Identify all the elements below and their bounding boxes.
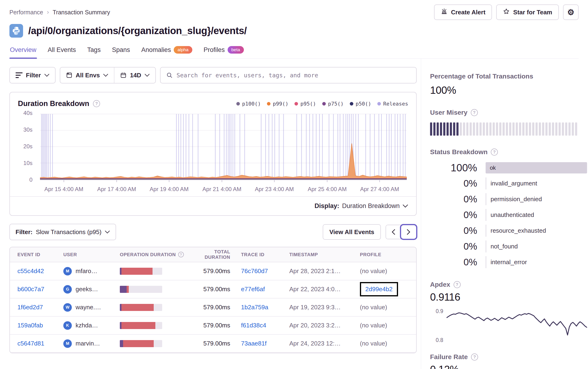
search-bar: [160, 67, 417, 83]
event-id-link[interactable]: b600c7a7: [17, 286, 44, 293]
calendar-icon: [120, 72, 127, 79]
tab[interactable]: Anomalies alpha: [141, 45, 193, 58]
tab-label: Anomalies: [141, 46, 171, 54]
trace-id-link[interactable]: 76c760d7: [241, 268, 268, 275]
transactions-filter-dropdown[interactable]: Filter: Slow Transactions (p95): [10, 224, 116, 240]
legend-dot: [322, 102, 326, 106]
tab[interactable]: All Events: [47, 45, 76, 58]
star-for-team-button[interactable]: Star for Team: [496, 4, 559, 20]
user-misery-section: User Misery ?: [430, 109, 587, 136]
search-input[interactable]: [177, 72, 410, 79]
x-axis-label: Apr 25 4:00 AM: [308, 186, 346, 192]
legend-item[interactable]: p50(): [350, 101, 371, 107]
duration-breakdown-title: Duration Breakdown: [18, 100, 89, 108]
apdex-title: Apdex: [430, 281, 450, 288]
status-label: internal_error: [486, 256, 587, 268]
x-axis-label: Apr 17 4:00 AM: [97, 186, 136, 192]
gear-icon: ⚙: [567, 8, 574, 16]
tab[interactable]: Overview: [10, 45, 37, 58]
tab-label: Overview: [10, 46, 36, 54]
misery-tick: [503, 122, 505, 136]
window-icon: [66, 72, 73, 79]
trace-id-link[interactable]: e77ef6af: [241, 286, 265, 293]
environment-selector[interactable]: All Envs: [60, 68, 114, 83]
legend-label: Releases: [383, 101, 408, 107]
misery-tick: [532, 122, 534, 136]
misery-tick: [483, 122, 485, 136]
misery-tick: [565, 122, 567, 136]
pct-total-value: 100%: [430, 84, 587, 96]
help-icon[interactable]: ?: [471, 109, 478, 116]
misery-tick: [456, 122, 459, 136]
x-axis-label: Apr 15 4:00 AM: [44, 186, 83, 192]
settings-button[interactable]: ⚙: [563, 4, 578, 20]
y-axis-label: 30s: [23, 126, 32, 133]
user-name: geeks…: [75, 286, 98, 293]
filter-dropdown-label: Filter: [26, 72, 41, 79]
status-label: resource_exhausted: [486, 225, 587, 237]
misery-tick: [476, 122, 478, 136]
event-id-link[interactable]: 159a0fab: [17, 322, 43, 329]
misery-tick: [433, 122, 435, 136]
tab[interactable]: Profiles beta: [203, 45, 244, 58]
view-all-events-button[interactable]: View All Events: [323, 224, 381, 240]
tab-label: All Events: [48, 46, 76, 54]
profile-link[interactable]: 2d99e4b2: [365, 286, 393, 293]
header-actions: Create Alert Star for Team ⚙: [434, 4, 578, 20]
help-icon[interactable]: ?: [471, 353, 478, 360]
status-label: invalid_argument: [486, 178, 587, 189]
apdex-y-bottom: 0.8: [430, 337, 443, 343]
status-percent: 0%: [430, 241, 477, 252]
trace-id-link[interactable]: f61d38c4: [241, 322, 266, 329]
operation-duration-bar: [120, 304, 162, 311]
misery-tick: [499, 122, 501, 136]
help-icon[interactable]: ?: [178, 252, 184, 257]
misery-tick: [443, 122, 445, 136]
help-icon[interactable]: ?: [491, 149, 498, 156]
trace-id-link[interactable]: 73aae81f: [241, 340, 266, 347]
display-selector[interactable]: Duration Breakdown: [342, 202, 408, 210]
next-page-button[interactable]: [401, 225, 416, 239]
trace-id-link[interactable]: 1b2a759a: [241, 304, 268, 311]
legend-item[interactable]: p100(): [236, 101, 261, 107]
status-row: 0% internal_error: [430, 256, 587, 268]
duration-chart-x-axis: Apr 15 4:00 AMApr 17 4:00 AMApr 19 4:00 …: [40, 186, 407, 196]
date-range-selector[interactable]: 14D: [114, 68, 155, 83]
events-toolbar: Filter: Slow Transactions (p95) View All…: [10, 224, 417, 240]
legend-item[interactable]: p99(): [267, 101, 288, 107]
status-percent: 0%: [430, 210, 477, 220]
legend-item[interactable]: Releases: [377, 101, 408, 107]
event-id-link[interactable]: c5647d81: [17, 340, 44, 347]
status-row: 0% invalid_argument: [430, 178, 587, 189]
apdex-section: Apdex ? 0.9116 0.9 0.8: [430, 281, 587, 345]
misery-tick: [572, 122, 574, 136]
misery-tick: [447, 122, 449, 136]
misery-tick: [555, 122, 557, 136]
legend-label: p100(): [242, 101, 261, 107]
filter-dropdown[interactable]: Filter: [10, 67, 55, 83]
col-trace-id: Trace ID: [241, 252, 289, 257]
python-icon: [10, 24, 23, 38]
help-icon[interactable]: ?: [454, 281, 461, 288]
misery-tick: [542, 122, 544, 136]
create-alert-button[interactable]: Create Alert: [434, 4, 492, 20]
misery-tick: [480, 122, 482, 136]
legend-item[interactable]: p75(): [322, 101, 344, 107]
table-row: 1f6ed2d7 W wayne.… 579.00ms 1b2a759a Apr…: [10, 299, 416, 317]
misery-tick: [559, 122, 561, 136]
y-axis-label: 0: [29, 177, 32, 183]
tab[interactable]: Tags: [87, 45, 101, 58]
tab-label: Tags: [87, 46, 101, 54]
misery-tick: [516, 122, 518, 136]
apdex-y-axis: 0.9 0.8: [430, 308, 447, 345]
legend-item[interactable]: p95(): [294, 101, 316, 107]
event-id-link[interactable]: 1f6ed2d7: [17, 304, 43, 311]
tab[interactable]: Spans: [112, 45, 131, 58]
event-id-link[interactable]: c55c4d42: [17, 268, 44, 275]
previous-page-button[interactable]: [386, 225, 401, 239]
failure-rate-title: Failure Rate: [430, 353, 468, 361]
status-row: 0% permission_denied: [430, 193, 587, 205]
breadcrumb-performance[interactable]: Performance: [10, 9, 43, 16]
help-icon[interactable]: ?: [93, 100, 100, 107]
tab-label: Profiles: [204, 46, 225, 54]
